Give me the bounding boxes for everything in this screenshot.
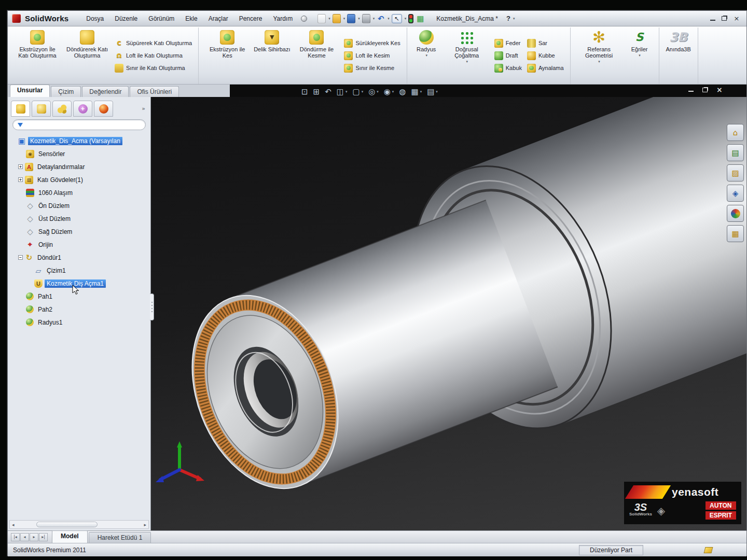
tree-item-ust-duzlem[interactable]: ◇Üst Düzlem bbox=[10, 212, 150, 225]
save-icon[interactable] bbox=[347, 14, 355, 23]
tab-cizim[interactable]: Çizim bbox=[51, 86, 81, 97]
scroll-right-icon[interactable]: ▸ bbox=[142, 522, 148, 527]
panel-horizontal-scrollbar[interactable]: ◂ ▸ bbox=[9, 520, 149, 529]
tree-expander-icon[interactable]: − bbox=[18, 255, 23, 260]
ribbon-button-ekstruzyon-ile-kes[interactable]: Ekstrüzyon ile Kes bbox=[202, 29, 252, 82]
open-icon[interactable] bbox=[333, 14, 341, 23]
print-icon[interactable] bbox=[362, 14, 370, 23]
ribbon-button-referans-geometrisi[interactable]: ✻Referans Geometrisi▾ bbox=[574, 29, 624, 82]
dropdown-icon[interactable]: ▾ bbox=[345, 90, 348, 94]
minimize-button[interactable] bbox=[710, 16, 715, 21]
panel-tab-property-manager[interactable] bbox=[32, 101, 51, 117]
ribbon-button-egriler[interactable]: SEğriler▾ bbox=[624, 29, 655, 82]
previous-tab-button[interactable]: ◂ bbox=[20, 533, 29, 541]
display-style-button[interactable]: ◎▾ bbox=[368, 87, 379, 96]
ribbon-button-ekstruzyon-ile-kati-olusturma[interactable]: Ekstrüzyon İle Katı Oluşturma bbox=[12, 29, 62, 82]
tree-item-pah2[interactable]: Pah2 bbox=[10, 303, 150, 316]
status-tag-icon[interactable] bbox=[704, 547, 713, 553]
graphics-viewport[interactable]: ⌂▤▨◈▦ yenasoft 3SSolidWorks ◈ AUTON ESPR… bbox=[151, 97, 746, 530]
edit-appearance-button[interactable]: ◍ bbox=[399, 87, 406, 96]
menu-item-araclar[interactable]: Araçlar bbox=[203, 13, 233, 24]
tab-ofis-urunleri[interactable]: Ofis Ürünleri bbox=[130, 86, 179, 97]
menu-item-duzenle[interactable]: Düzenle bbox=[109, 13, 143, 24]
menu-item-dosya[interactable]: Dosya bbox=[81, 13, 109, 24]
tree-expander-icon[interactable]: + bbox=[18, 164, 23, 169]
tree-item-sag-duzlem[interactable]: ◇Sağ Düzlem bbox=[10, 225, 150, 238]
dropdown-icon[interactable]: ▾ bbox=[436, 90, 438, 94]
undo-dropdown-icon[interactable]: ▾ bbox=[388, 17, 390, 21]
tree-item-dondur1[interactable]: −↻Döndür1 bbox=[10, 251, 150, 264]
tree-item-orijin[interactable]: ⌖Orijin bbox=[10, 238, 150, 251]
feature-filter-input[interactable] bbox=[12, 119, 146, 130]
ribbon-button-aninda3b[interactable]: 3BAnında3B bbox=[663, 29, 694, 82]
dropdown-icon[interactable]: ▾ bbox=[425, 52, 427, 59]
help-button[interactable]: ? bbox=[506, 15, 510, 22]
taskpane-file-explorer-button[interactable]: ▨ bbox=[727, 164, 744, 181]
last-tab-button[interactable]: ▸| bbox=[39, 533, 48, 541]
options-icon[interactable]: ▦ bbox=[416, 14, 425, 23]
zoom-to-fit-button[interactable]: ⊡ bbox=[301, 87, 308, 96]
section-view-button[interactable]: ◫▾ bbox=[337, 87, 348, 96]
apply-scene-button[interactable]: ▦▾ bbox=[411, 87, 422, 96]
ribbon-button-draft[interactable]: Draft bbox=[494, 51, 522, 60]
select-dropdown-icon[interactable]: ▾ bbox=[405, 17, 407, 21]
ribbon-button-delik-sihirbazi[interactable]: Delik Sihirbazı bbox=[252, 29, 292, 82]
ribbon-button-loft-ile-kesim[interactable]: Loft ile Kesim bbox=[344, 51, 400, 60]
doc-minimize-button[interactable] bbox=[688, 88, 694, 92]
tree-expander-icon[interactable]: + bbox=[18, 177, 23, 182]
ribbon-button-supurerek-kati-olusturma[interactable]: CSüpürerek Katı Oluşturma bbox=[115, 39, 192, 48]
dropdown-icon[interactable]: ▾ bbox=[639, 52, 641, 59]
tab-unsurlar[interactable]: Unsurlar bbox=[10, 85, 50, 97]
doc-close-button[interactable]: × bbox=[716, 87, 723, 92]
dropdown-icon[interactable]: ▾ bbox=[420, 90, 422, 94]
undo-icon[interactable]: ↶ bbox=[377, 14, 385, 23]
panel-tab-display-manager[interactable] bbox=[94, 101, 113, 117]
scrollbar-thumb[interactable] bbox=[36, 522, 98, 527]
taskpane-custom-properties-button[interactable]: ▦ bbox=[727, 225, 744, 242]
scroll-left-icon[interactable]: ◂ bbox=[10, 522, 17, 527]
ribbon-button-sinir-ile-kesme[interactable]: Sınır ile Kesme bbox=[344, 64, 400, 73]
ribbon-button-kubbe[interactable]: Kubbe bbox=[527, 51, 564, 60]
dropdown-icon[interactable]: ▾ bbox=[392, 90, 394, 94]
tree-item-radyus1[interactable]: Radyus1 bbox=[10, 316, 150, 329]
tree-item-cizim1[interactable]: ▱Çizim1 bbox=[10, 264, 150, 277]
ribbon-button-sar[interactable]: Sar bbox=[527, 39, 564, 48]
save-dropdown-icon[interactable]: ▾ bbox=[358, 17, 360, 21]
zoom-to-area-button[interactable]: ⊞ bbox=[313, 87, 320, 96]
panel-tab-feature-manager[interactable] bbox=[11, 101, 30, 117]
doc-restore-button[interactable] bbox=[702, 88, 708, 92]
dropdown-icon[interactable]: ▾ bbox=[362, 90, 364, 94]
model-tab-model[interactable]: Model bbox=[52, 530, 88, 543]
panel-splitter-handle[interactable] bbox=[150, 293, 154, 320]
new-document-dropdown-icon[interactable]: ▾ bbox=[328, 17, 330, 21]
tree-item-kozmetik-dis-acma1[interactable]: UKozmetik Diş Açma1 bbox=[10, 277, 150, 290]
tree-item-1060-alasim[interactable]: 1060 Alaşım bbox=[10, 186, 150, 199]
tree-item-kozmetik-dis-acma-varsayilan[interactable]: ▣Kozmetik_Dis_Acma (Varsayılan bbox=[10, 134, 150, 147]
tree-item-detaylandirmalar[interactable]: +ADetaylandırmalar bbox=[10, 160, 150, 173]
restore-button[interactable] bbox=[722, 16, 727, 21]
next-tab-button[interactable]: ▸ bbox=[30, 533, 38, 541]
view-settings-button[interactable]: ▤▾ bbox=[427, 87, 438, 96]
new-document-icon[interactable] bbox=[317, 14, 326, 23]
ribbon-button-loft-ile-kati-olusturma[interactable]: ΩLoft ile Katı Oluşturma bbox=[115, 51, 192, 60]
hide-show-items-button[interactable]: ◉▾ bbox=[384, 87, 394, 96]
tab-degerlendir[interactable]: Değerlendir bbox=[82, 86, 129, 97]
previous-view-button[interactable]: ↶ bbox=[325, 87, 331, 96]
model-tab-hareket-etudu-1[interactable]: Hareket Etüdü 1 bbox=[89, 532, 151, 543]
taskpane-solidworks-resources-button[interactable]: ⌂ bbox=[727, 124, 744, 141]
panel-tab-configuration-manager[interactable] bbox=[52, 101, 72, 117]
close-button[interactable]: × bbox=[733, 15, 740, 22]
pin-icon[interactable] bbox=[301, 16, 307, 22]
dropdown-icon[interactable]: ▾ bbox=[598, 59, 600, 65]
tree-item-sensorler[interactable]: ◉Sensörler bbox=[10, 147, 150, 160]
menu-item-gorunum[interactable]: Görünüm bbox=[143, 13, 179, 24]
dropdown-icon[interactable]: ▾ bbox=[466, 59, 468, 65]
ribbon-button-dondurme-ile-kesme[interactable]: Döndürme ile Kesme bbox=[292, 29, 341, 82]
ribbon-button-sinir-ile-kati-olusturma[interactable]: Sınır ile Katı Oluşturma bbox=[115, 64, 192, 73]
dropdown-icon[interactable]: ▾ bbox=[377, 90, 379, 94]
open-dropdown-icon[interactable]: ▾ bbox=[343, 17, 345, 21]
taskpane-design-library-button[interactable]: ▤ bbox=[727, 144, 744, 161]
ribbon-button-aynalama[interactable]: Aynalama bbox=[527, 64, 564, 73]
tree-item-on-duzlem[interactable]: ◇Ön Düzlem bbox=[10, 199, 150, 212]
ribbon-button-feder[interactable]: Feder bbox=[494, 39, 522, 48]
